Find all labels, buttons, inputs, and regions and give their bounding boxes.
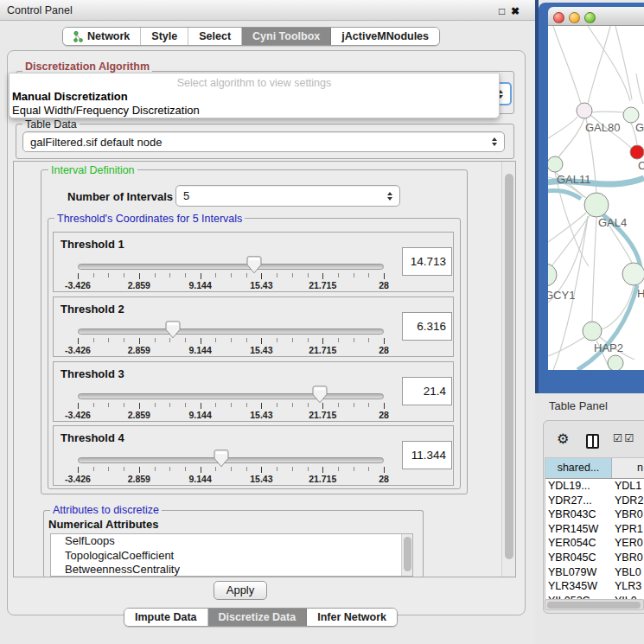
network-edge <box>588 26 630 101</box>
threshold-3-value-field[interactable]: 21.4 <box>402 377 452 405</box>
cell-shared-name[interactable]: YER054C <box>545 536 612 551</box>
close-icon[interactable]: ✖ <box>511 5 520 17</box>
algorithm-option-1[interactable]: Equal Width/Frequency Discretization <box>12 104 200 117</box>
table-row[interactable]: YDL19...YDL1 <box>545 479 644 494</box>
threshold-4-slider-handle[interactable] <box>214 450 229 468</box>
tick-mark <box>93 403 94 407</box>
network-node-node-h[interactable] <box>622 263 644 285</box>
tab-infer-network[interactable]: Infer Network <box>307 609 397 626</box>
panel-scrollbar[interactable] <box>501 162 515 577</box>
table-horizontal-scrollbar[interactable] <box>545 599 644 610</box>
tick-mark <box>277 403 277 407</box>
tick-label: 28 <box>358 410 410 420</box>
threshold-4-value-field[interactable]: 11.344 <box>402 441 452 469</box>
threshold-1-slider-handle[interactable] <box>246 256 262 274</box>
tick-label: 9.144 <box>175 410 226 420</box>
attribute-item-1[interactable]: TopologicalCoefficient <box>51 549 412 564</box>
tab-network[interactable]: Network <box>63 28 141 45</box>
table-row[interactable]: YLR345WYLR3 <box>545 579 644 594</box>
network-node-HAP2[interactable] <box>583 322 602 341</box>
table-row[interactable]: YER054CYER0 <box>545 536 644 551</box>
network-node-GCY1[interactable] <box>548 264 557 286</box>
cell-shared-name[interactable]: YBL079W <box>545 565 612 580</box>
cell-name[interactable]: YLR3 <box>612 579 644 594</box>
tab-jactivemnodules[interactable]: jActiveMNodules <box>331 28 439 45</box>
tab-cyni-toolbox[interactable]: Cyni Toolbox <box>242 28 331 45</box>
table-row[interactable]: YBL079WYBL0 <box>545 565 644 580</box>
numerical-attributes-list[interactable]: SelfLoopsTopologicalCoefficientBetweenne… <box>50 533 413 577</box>
tick-mark <box>185 273 186 277</box>
cell-shared-name[interactable]: YPR145W <box>545 522 612 537</box>
network-node-GAL4[interactable] <box>584 193 609 217</box>
column-layout-icon[interactable] <box>586 434 599 449</box>
tab-select[interactable]: Select <box>188 28 242 45</box>
spinner-arrows-icon <box>387 192 392 201</box>
table-row[interactable]: YDR27...YDR2 <box>545 494 644 508</box>
tick-mark <box>155 273 156 277</box>
tick-mark <box>368 403 369 407</box>
column-header-name[interactable]: n <box>612 458 644 478</box>
tick-mark <box>201 338 201 344</box>
threshold-2-value-field[interactable]: 6.316 <box>402 312 452 341</box>
tick-mark <box>185 338 186 342</box>
number-of-intervals-spinner[interactable]: 5 <box>175 185 400 207</box>
cell-name[interactable]: YDR2 <box>612 494 644 508</box>
network-node-GAL11[interactable] <box>548 156 563 172</box>
select-columns-icon[interactable]: ☑☑ <box>613 431 635 444</box>
threshold-2-slider-handle[interactable] <box>165 321 181 339</box>
tab-style[interactable]: Style <box>141 28 188 45</box>
threshold-1-value-field[interactable]: 14.713 <box>402 247 452 276</box>
cell-shared-name[interactable]: YDR27... <box>545 494 612 508</box>
network-window-titlebar[interactable] <box>548 7 644 26</box>
tick-mark <box>354 338 354 342</box>
tick-mark <box>155 338 156 342</box>
cell-shared-name[interactable]: YBR045C <box>545 551 612 565</box>
cell-name[interactable]: YPR1 <box>612 522 644 537</box>
threshold-3-slider-track[interactable] <box>78 393 384 399</box>
zoom-traffic-light[interactable] <box>584 12 596 23</box>
cell-name[interactable]: YER0 <box>612 536 644 551</box>
cell-shared-name[interactable]: YLR345W <box>545 579 612 594</box>
algorithm-option-0[interactable]: Manual Discretization <box>12 90 128 103</box>
cell-shared-name[interactable]: YDL19... <box>545 479 612 494</box>
threshold-1-slider-track[interactable] <box>78 264 384 270</box>
node-label-node-top-right: GA <box>635 121 644 134</box>
tick-mark <box>277 467 277 471</box>
tick-mark <box>292 273 293 277</box>
cell-name[interactable]: YBR0 <box>612 551 644 565</box>
tick-label: 2.859 <box>113 280 165 290</box>
tab-impute-data[interactable]: Impute Data <box>124 609 208 626</box>
apply-button[interactable]: Apply <box>214 581 267 600</box>
attribute-item-2[interactable]: BetweennessCentrality <box>51 563 412 577</box>
table-row[interactable]: YPR145WYPR1 <box>545 522 644 537</box>
minimize-traffic-light[interactable] <box>569 12 580 23</box>
table-row[interactable]: YBR045CYBR0 <box>545 551 644 565</box>
threshold-3-label: Threshold 3 <box>61 367 124 380</box>
network-node-node-bottom[interactable] <box>608 355 623 370</box>
threshold-2-slider-track[interactable] <box>78 328 384 335</box>
tick-mark <box>277 338 277 342</box>
column-header-shared-name[interactable]: shared... <box>545 458 612 478</box>
threshold-4-slider-track[interactable] <box>78 457 384 463</box>
close-traffic-light[interactable] <box>553 12 564 23</box>
attribute-item-0[interactable]: SelfLoops <box>51 534 412 549</box>
network-node-node-red[interactable] <box>630 145 644 159</box>
tick-mark <box>292 403 293 407</box>
tick-mark <box>169 273 170 277</box>
network-node-GAL80[interactable] <box>577 103 592 118</box>
cell-name[interactable]: YBL0 <box>612 565 644 580</box>
tick-label: 15.43 <box>235 345 287 355</box>
table-row[interactable]: YBR043CYBR0 <box>545 507 644 522</box>
float-window-icon[interactable]: □ <box>499 5 505 17</box>
attributes-list-scrollbar[interactable] <box>401 534 412 576</box>
gear-icon[interactable]: ⚙ <box>557 432 569 446</box>
tab-discretize-data[interactable]: Discretize Data <box>208 609 308 626</box>
algorithm-popup-hint: Select algorithm to view settings <box>10 77 499 89</box>
tick-label: 2.859 <box>113 345 165 355</box>
cell-name[interactable]: YBR0 <box>612 507 644 522</box>
cell-shared-name[interactable]: YBR043C <box>545 507 612 522</box>
table-data-combo[interactable]: galFiltered.sif default node <box>22 131 505 152</box>
threshold-3-slider-handle[interactable] <box>312 386 328 404</box>
cell-name[interactable]: YDL1 <box>612 479 644 494</box>
table-header: shared... n <box>545 458 644 479</box>
